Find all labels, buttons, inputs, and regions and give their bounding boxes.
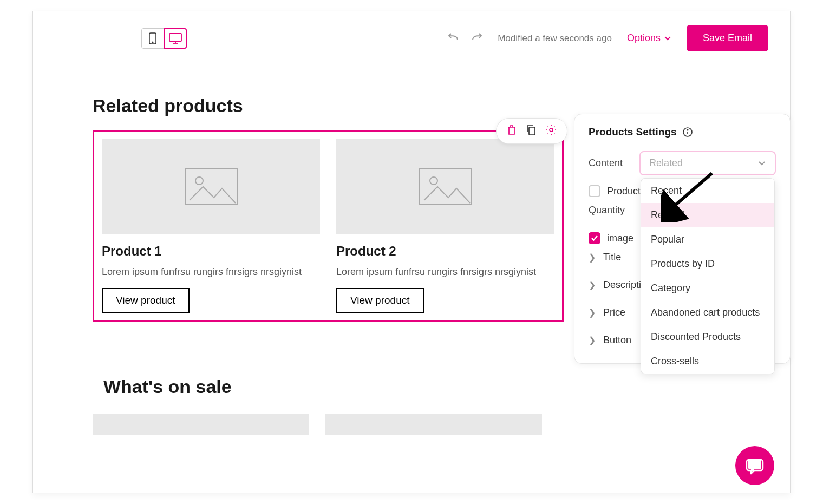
chevron-right-icon: ❯ [589,307,596,318]
dropdown-option-related[interactable]: Related [641,203,774,227]
block-action-toolbar [496,118,567,144]
svg-rect-5 [529,127,535,135]
checkbox-empty[interactable] [589,185,600,197]
dropdown-option-abandoned[interactable]: Abandoned cart products [641,300,774,325]
view-product-button[interactable]: View product [102,288,190,313]
save-email-button[interactable]: Save Email [687,25,768,51]
svg-point-1 [152,42,153,43]
delete-icon[interactable] [506,124,517,138]
image-icon [184,168,238,206]
chevron-right-icon: ❯ [589,280,596,290]
svg-point-13 [687,129,688,130]
svg-point-8 [195,177,203,185]
info-icon[interactable] [682,127,693,138]
product-description: Lorem ipsum funfrsu rungirs fnrsigrs nrs… [336,264,554,280]
dropdown-option-discounted[interactable]: Discounted Products [641,325,774,349]
desktop-view-button[interactable] [164,28,187,49]
product-description: Lorem ipsum funfrsu rungirs fnrsigrs nrs… [102,264,320,280]
device-toggle [141,28,187,49]
chat-fab[interactable] [735,446,774,485]
checkbox-checked[interactable] [589,232,600,244]
product-card: Product 2 Lorem ipsum funfrsu rungirs fn… [336,139,554,313]
top-toolbar: Modified a few seconds ago Options Save … [33,11,790,68]
image-icon [419,168,473,206]
dropdown-option-recent[interactable]: Recent [641,179,774,203]
sale-products-row [93,414,790,435]
gear-icon[interactable] [545,124,557,138]
dropdown-option-cross-sells[interactable]: Cross-sells [641,349,774,374]
products-settings-panel: Products Settings Content Related Recent… [574,114,791,364]
svg-rect-9 [420,169,472,205]
mobile-view-button[interactable] [141,28,164,49]
duplicate-icon[interactable] [526,124,537,138]
view-product-button[interactable]: View product [336,288,424,313]
sale-image-placeholder [93,414,309,435]
product-title: Product 1 [102,244,320,259]
sale-heading: What's on sale [103,376,790,397]
settings-header: Products Settings [589,126,776,138]
chevron-right-icon: ❯ [589,335,596,345]
svg-point-6 [550,128,553,132]
redo-icon[interactable] [471,31,482,45]
product-image-placeholder [336,139,554,234]
content-label: Content [589,158,631,169]
svg-rect-7 [185,169,237,205]
modified-status: Modified a few seconds ago [498,33,612,44]
mobile-icon [149,32,156,44]
product-title: Product 2 [336,244,554,259]
chevron-down-icon [664,36,671,41]
chat-icon [746,456,764,475]
content-select[interactable]: Related Recent Related Popular Products … [639,151,776,175]
products-block-selected[interactable]: Product 1 Lorem ipsum funfrsu rungirs fn… [93,130,564,322]
dropdown-option-popular[interactable]: Popular [641,227,774,252]
svg-rect-2 [169,34,181,41]
chevron-right-icon: ❯ [589,252,596,263]
product-image-placeholder [102,139,320,234]
sale-image-placeholder [325,414,542,435]
dropdown-option-category[interactable]: Category [641,276,774,300]
chevron-down-icon [757,160,766,167]
svg-point-10 [430,177,437,185]
content-dropdown: Recent Related Popular Products by ID Ca… [641,178,775,374]
product-card: Product 1 Lorem ipsum funfrsu rungirs fn… [102,139,320,313]
dropdown-option-products-by-id[interactable]: Products by ID [641,252,774,276]
undo-icon[interactable] [448,31,460,45]
options-menu[interactable]: Options [627,32,671,44]
desktop-icon [169,33,182,44]
